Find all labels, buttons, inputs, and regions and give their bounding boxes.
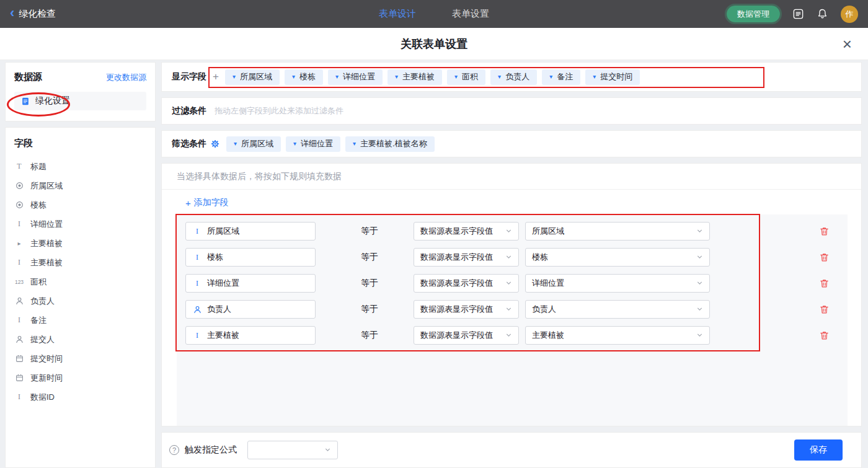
- data-manage-button[interactable]: 数据管理: [727, 6, 780, 22]
- footer-bar: ? 触发指定公式 保存: [161, 432, 862, 468]
- rule-field[interactable]: I所属区域: [185, 222, 316, 241]
- operator-label: 等于: [361, 278, 378, 289]
- rule-value-select[interactable]: 详细位置: [525, 274, 710, 293]
- chevron-down-icon: [505, 331, 512, 340]
- avatar[interactable]: 作: [841, 6, 858, 23]
- delete-row-icon[interactable]: [820, 330, 829, 340]
- tag-label: 面积: [462, 71, 478, 82]
- delete-row-icon[interactable]: [820, 278, 829, 288]
- field-item[interactable]: T标题: [14, 157, 146, 176]
- change-datasource-link[interactable]: 更改数据源: [106, 72, 146, 83]
- rule-field[interactable]: I主要植被: [185, 326, 316, 345]
- field-item-label: 负责人: [30, 296, 55, 307]
- field-tag[interactable]: ▾面积: [447, 69, 485, 85]
- tag-label: 详细位置: [343, 71, 375, 82]
- field-item-label: 主要植被: [30, 238, 63, 249]
- field-item-label: 更新时间: [30, 373, 63, 384]
- apps-icon[interactable]: [792, 8, 804, 20]
- rule-field-label: 所属区域: [207, 226, 239, 237]
- select-value: 数据源表显示字段值: [420, 226, 493, 237]
- field-item[interactable]: 负责人: [14, 291, 146, 311]
- text-icon: I: [192, 331, 202, 340]
- delete-row-icon[interactable]: [820, 252, 829, 262]
- field-item[interactable]: 提交时间: [14, 349, 146, 368]
- select-value: 所属区域: [532, 226, 564, 237]
- field-tag[interactable]: ▾楼栋: [285, 69, 323, 85]
- bell-icon[interactable]: [817, 8, 828, 20]
- chevron-down-icon: [696, 279, 703, 288]
- datasource-panel: 数据源 更改数据源 绿化设置: [5, 62, 156, 121]
- select-value: 数据源表显示字段值: [420, 278, 493, 289]
- delete-row-icon[interactable]: [820, 304, 829, 314]
- field-tag[interactable]: ▾负责人: [490, 69, 537, 85]
- rule-source-select[interactable]: 数据源表显示字段值: [414, 274, 519, 293]
- text-icon: I: [14, 258, 24, 267]
- field-item[interactable]: 提交人: [14, 330, 146, 349]
- field-item[interactable]: I主要植被: [14, 253, 146, 272]
- main-panel: 显示字段 + ▾所属区域▾楼栋▾详细位置▾主要植被▾面积▾负责人▾备注▾提交时间…: [161, 62, 862, 468]
- field-tag[interactable]: ▾所属区域: [225, 69, 280, 85]
- gear-icon[interactable]: [211, 139, 219, 148]
- field-item[interactable]: I数据ID: [14, 387, 146, 407]
- field-tag[interactable]: ▾所属区域: [226, 136, 281, 152]
- field-item-label: 数据ID: [30, 392, 55, 403]
- caret-down-icon: ▾: [593, 74, 596, 80]
- formula-select[interactable]: [247, 441, 338, 459]
- field-item-label: 主要植被: [30, 257, 63, 268]
- field-item[interactable]: I详细位置: [14, 214, 146, 234]
- select-value: 数据源表显示字段值: [420, 330, 493, 341]
- filter-dropzone[interactable]: 拖动左侧字段到此处来添加过滤条件: [215, 105, 343, 117]
- sidebar: 数据源 更改数据源 绿化设置 字段 T标题所属区域楼栋I详细位置▸主要植被I主要…: [5, 62, 156, 468]
- save-button[interactable]: 保存: [794, 439, 843, 461]
- rule-field[interactable]: I详细位置: [185, 274, 316, 293]
- field-item[interactable]: I备注: [14, 311, 146, 330]
- field-item[interactable]: 所属区域: [14, 176, 146, 195]
- field-tag[interactable]: ▾备注: [542, 69, 580, 85]
- field-item[interactable]: ▸主要植被: [14, 234, 146, 253]
- field-item-label: 面积: [30, 276, 46, 288]
- chevron-down-icon: [505, 279, 512, 288]
- rule-source-select[interactable]: 数据源表显示字段值: [414, 300, 519, 319]
- field-list: T标题所属区域楼栋I详细位置▸主要植被I主要植被123面积负责人I备注提交人提交…: [14, 157, 146, 407]
- rule-value-select[interactable]: 主要植被: [525, 326, 710, 345]
- field-tag[interactable]: ▾详细位置: [328, 69, 383, 85]
- rule-value-select[interactable]: 所属区域: [525, 222, 710, 241]
- field-item-label: 备注: [30, 315, 46, 326]
- rule-row: I楼栋等于数据源表显示字段值楼栋: [185, 248, 848, 267]
- field-tag[interactable]: ▾主要植被: [388, 69, 442, 85]
- datasource-item[interactable]: 绿化设置: [14, 92, 146, 110]
- form-icon: [20, 97, 30, 106]
- tag-label: 所属区域: [241, 138, 273, 149]
- rule-field[interactable]: I楼栋: [185, 248, 316, 267]
- add-display-field-button[interactable]: +: [211, 71, 220, 83]
- screen-conditions-row: 筛选条件 ▾所属区域▾详细位置▾主要植被.植被名称: [161, 130, 862, 157]
- field-tag[interactable]: ▾提交时间: [585, 69, 640, 85]
- topbar: ‹ 绿化检查 表单设计 表单设置 数据管理 作: [0, 0, 868, 28]
- rule-source-select[interactable]: 数据源表显示字段值: [414, 222, 519, 241]
- select-value: 数据源表显示字段值: [420, 252, 493, 263]
- rule-source-select[interactable]: 数据源表显示字段值: [414, 326, 519, 345]
- rule-source-select[interactable]: 数据源表显示字段值: [414, 248, 519, 267]
- field-tag[interactable]: ▾详细位置: [286, 136, 340, 152]
- chevron-down-icon: [505, 305, 512, 314]
- field-item[interactable]: 更新时间: [14, 368, 146, 387]
- tab-form-design[interactable]: 表单设计: [379, 8, 416, 20]
- rule-value-select[interactable]: 楼栋: [525, 248, 710, 267]
- tab-form-settings[interactable]: 表单设置: [452, 8, 489, 20]
- tag-label: 所属区域: [240, 71, 272, 82]
- back-button[interactable]: ‹ 绿化检查: [10, 8, 56, 20]
- back-label: 绿化检查: [19, 8, 56, 20]
- add-field-button[interactable]: + 添加字段: [185, 197, 229, 208]
- rule-value-select[interactable]: 负责人: [525, 300, 710, 319]
- field-item[interactable]: 楼栋: [14, 195, 146, 214]
- delete-row-icon[interactable]: [820, 226, 829, 236]
- help-icon[interactable]: ?: [169, 445, 179, 455]
- expand-icon: ▸: [14, 240, 24, 247]
- field-item[interactable]: 123面积: [14, 272, 146, 291]
- chevron-left-icon: ‹: [10, 6, 14, 20]
- caret-down-icon: ▾: [293, 141, 296, 147]
- close-icon[interactable]: ×: [843, 36, 852, 52]
- member-icon: [192, 306, 202, 314]
- field-tag[interactable]: ▾主要植被.植被名称: [345, 136, 435, 152]
- rule-field[interactable]: 负责人: [185, 300, 316, 319]
